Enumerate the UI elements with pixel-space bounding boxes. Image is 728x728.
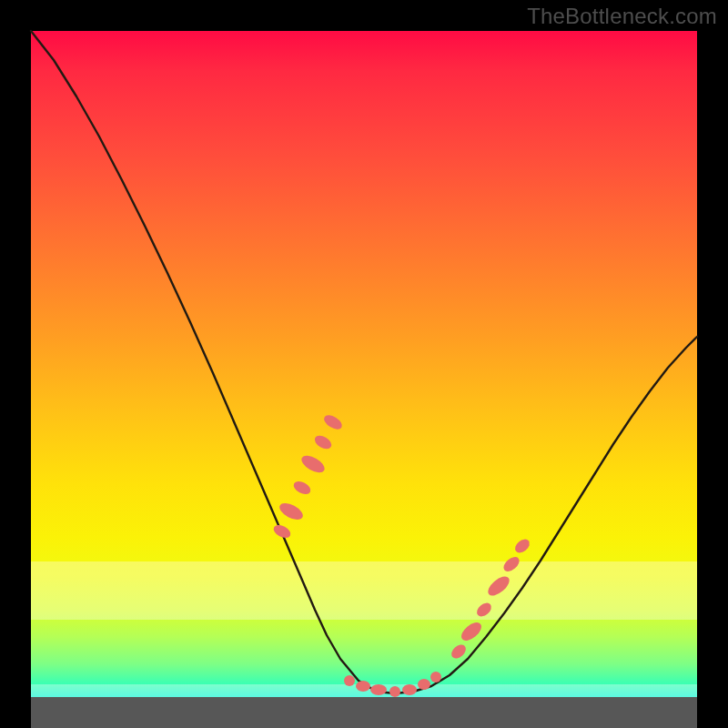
tick-right-3 — [485, 573, 512, 600]
curve-group — [31, 31, 697, 693]
tick-bottom-3 — [389, 686, 400, 697]
tick-left-2 — [291, 479, 312, 497]
tick-marker-group — [271, 412, 531, 697]
tick-left-0 — [271, 522, 292, 541]
tick-bottom-4 — [402, 684, 417, 695]
tick-bottom-5 — [418, 679, 430, 690]
tick-right-2 — [474, 601, 494, 620]
tick-bottom-6 — [430, 672, 441, 682]
tick-left-4 — [312, 433, 333, 451]
chart-svg — [31, 31, 697, 697]
tick-left-1 — [277, 500, 305, 523]
tick-bottom-1 — [356, 681, 370, 692]
tick-left-5 — [321, 412, 344, 432]
tick-bottom-0 — [344, 675, 355, 686]
curve-right — [395, 337, 697, 693]
tick-right-5 — [512, 537, 532, 556]
tick-right-1 — [459, 619, 485, 643]
tick-bottom-2 — [370, 684, 387, 695]
curve-left — [31, 31, 395, 693]
tick-right-0 — [449, 642, 468, 662]
chart-frame: TheBottleneck.com — [0, 0, 728, 728]
tick-right-4 — [500, 554, 521, 574]
tick-left-3 — [298, 452, 327, 476]
watermark-text: TheBottleneck.com — [527, 4, 717, 29]
